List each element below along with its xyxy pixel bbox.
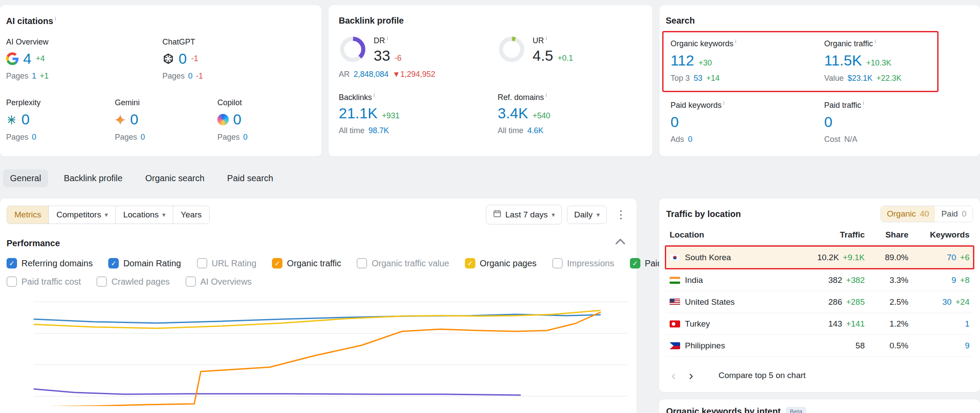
info-icon[interactable]: i bbox=[863, 100, 864, 106]
ai-overview-value[interactable]: 4 bbox=[23, 51, 31, 67]
compare-top5-label: Compare top 5 on chart bbox=[719, 371, 806, 380]
tab-organic-search[interactable]: Organic search bbox=[138, 169, 212, 187]
paid-keywords-value[interactable]: 0 bbox=[671, 114, 679, 130]
metric-checkbox-organic-pages[interactable]: Organic pages bbox=[465, 258, 536, 268]
organic-keywords-by-intent-card: Organic keywords by intent Beta bbox=[659, 399, 980, 413]
filter-group: Metrics Competitors▾ Locations▾ Years bbox=[7, 206, 210, 224]
ai-item-chatgpt: ChatGPT 0 -1 Pages 0 -1 bbox=[162, 38, 203, 81]
chatgpt-value[interactable]: 0 bbox=[179, 51, 187, 67]
chatgpt-pages[interactable]: 0 bbox=[188, 72, 193, 81]
table-header: Location Traffic Share Keywords bbox=[666, 225, 973, 245]
locations-button[interactable]: Locations▾ bbox=[115, 206, 173, 224]
metric-checkbox-crawled-pages[interactable]: Crawled pages bbox=[96, 276, 169, 287]
gemini-value[interactable]: 0 bbox=[130, 112, 138, 127]
info-icon[interactable]: i bbox=[723, 100, 725, 106]
backlinks-value[interactable]: 21.1K bbox=[339, 106, 378, 121]
backlinks-alltime[interactable]: 98.7K bbox=[368, 126, 389, 135]
checkbox-icon bbox=[552, 258, 563, 268]
competitors-button[interactable]: Competitors▾ bbox=[48, 206, 115, 224]
ahrefs-rank: AR 2,848,084 ▼1,294,952 bbox=[339, 70, 498, 79]
performance-card: Metrics Competitors▾ Locations▾ Years La… bbox=[0, 199, 636, 413]
metrics-button[interactable]: Metrics bbox=[7, 206, 48, 224]
ref-domains-value[interactable]: 3.4K bbox=[498, 106, 528, 121]
search-card: Search Organic keywordsi 112+30 Top 353+… bbox=[660, 5, 980, 156]
ai-citations-card: AI citationsi AI Overview 4 +4 Pages 1 bbox=[0, 5, 321, 156]
column-keywords: Keywords bbox=[908, 230, 970, 240]
table-row-turkey[interactable]: Turkey 143+141 1.2% 1 bbox=[666, 313, 973, 335]
granularity-button[interactable]: Daily ▾ bbox=[567, 206, 607, 224]
checkbox-icon bbox=[186, 276, 196, 287]
traffic-value-metric[interactable]: $23.1K bbox=[848, 74, 873, 83]
date-range-button[interactable]: Last 7 days ▾ bbox=[486, 205, 562, 224]
collapse-chevron-icon[interactable] bbox=[616, 238, 626, 248]
column-location: Location bbox=[670, 230, 777, 240]
chart-gridlines bbox=[34, 302, 627, 396]
copilot-pages[interactable]: 0 bbox=[243, 133, 248, 142]
beta-badge: Beta bbox=[786, 407, 806, 413]
toggle-organic[interactable]: Organic40 bbox=[881, 206, 935, 222]
ref-domains-alltime[interactable]: 4.6K bbox=[527, 126, 543, 135]
chatgpt-icon bbox=[162, 53, 174, 65]
copilot-value[interactable]: 0 bbox=[233, 112, 241, 127]
metric-checkbox-url-rating[interactable]: URL Rating bbox=[197, 258, 257, 268]
ahrefs-rank-value[interactable]: 2,848,084 bbox=[354, 70, 389, 79]
copilot-icon bbox=[217, 114, 229, 125]
metric-checkbox-referring-domains[interactable]: Referring domains bbox=[7, 258, 93, 268]
table-row-south-korea[interactable]: South Korea 10.2K+9.1K 89.0% 70+6 bbox=[665, 245, 974, 269]
organic-traffic-value[interactable]: 11.5K bbox=[824, 53, 862, 69]
url-rating-value: 4.5 bbox=[533, 48, 553, 64]
india-flag-icon bbox=[670, 277, 680, 284]
next-page-icon[interactable]: › bbox=[684, 368, 698, 383]
ai-overview-pages[interactable]: 1 bbox=[32, 72, 36, 81]
ai-item-gemini: Gemini 0 Pages 0 bbox=[115, 98, 217, 142]
tab-paid-search[interactable]: Paid search bbox=[220, 169, 280, 187]
table-row-india[interactable]: India 382+382 3.3% 9+8 bbox=[666, 269, 973, 291]
info-icon[interactable]: i bbox=[875, 38, 876, 45]
metric-checkbox-ai-overviews[interactable]: AI Overviews bbox=[186, 276, 252, 287]
tab-general[interactable]: General bbox=[3, 169, 48, 187]
organic-keywords-value[interactable]: 112 bbox=[671, 53, 694, 69]
kebab-menu-icon[interactable]: ⋮ bbox=[612, 208, 630, 221]
info-icon[interactable]: i bbox=[387, 35, 388, 41]
perplexity-pages[interactable]: 0 bbox=[32, 133, 36, 142]
info-icon[interactable]: i bbox=[546, 35, 547, 41]
metric-checkbox-domain-rating[interactable]: Domain Rating bbox=[108, 258, 181, 268]
column-traffic: Traffic bbox=[777, 230, 865, 240]
perplexity-value[interactable]: 0 bbox=[21, 112, 30, 127]
performance-toolbar: Metrics Competitors▾ Locations▾ Years La… bbox=[7, 205, 630, 224]
top3-value[interactable]: 53 bbox=[694, 74, 702, 83]
traffic-by-location-card: Traffic by location Organic40 Paid0 Loca… bbox=[659, 199, 980, 392]
metric-checkbox-paid-traffic-cost[interactable]: Paid traffic cost bbox=[7, 276, 81, 287]
chevron-down-icon: ▾ bbox=[552, 211, 555, 219]
paid-traffic-value[interactable]: 0 bbox=[824, 114, 832, 130]
ads-value[interactable]: 0 bbox=[688, 135, 692, 144]
chart-line-organic-pages bbox=[34, 310, 601, 328]
metric-checkbox-organic-traffic[interactable]: Organic traffic bbox=[272, 258, 341, 268]
ai-overview-delta: +4 bbox=[36, 54, 45, 63]
google-icon bbox=[6, 52, 19, 65]
info-icon[interactable]: i bbox=[546, 92, 547, 98]
info-icon[interactable]: i bbox=[735, 38, 736, 45]
organic-traffic-metric: Organic traffici 11.5K+10.3K Value$23.1K… bbox=[824, 38, 930, 83]
backlink-profile-card: Backlink profile DRi 33-6 AR bbox=[329, 5, 652, 156]
performance-chart[interactable] bbox=[34, 302, 627, 406]
chevron-down-icon: ▾ bbox=[596, 211, 600, 219]
prev-page-icon[interactable]: ‹ bbox=[666, 368, 681, 383]
table-row-philippines[interactable]: Philippines 58 0.5% 9 bbox=[666, 335, 973, 357]
info-icon[interactable]: i bbox=[374, 92, 375, 98]
url-rating-donut bbox=[498, 35, 526, 63]
metric-checkbox-impressions[interactable]: Impressions bbox=[552, 258, 614, 268]
gemini-pages[interactable]: 0 bbox=[141, 133, 145, 142]
domain-rating-donut bbox=[339, 35, 367, 63]
info-icon[interactable]: i bbox=[55, 16, 56, 22]
turkey-flag-icon bbox=[670, 320, 680, 327]
years-button[interactable]: Years bbox=[173, 206, 209, 224]
tab-backlink-profile[interactable]: Backlink profile bbox=[57, 169, 130, 187]
table-row-united-states[interactable]: United States 286+285 2.5% 30+24 bbox=[666, 291, 973, 313]
toggle-paid[interactable]: Paid0 bbox=[935, 206, 973, 222]
search-title: Search bbox=[666, 16, 973, 26]
checkbox-icon bbox=[197, 258, 207, 268]
ai-item-ai-overview: AI Overview 4 +4 Pages 1 +1 bbox=[6, 38, 162, 81]
checkbox-icon bbox=[272, 258, 282, 268]
metric-checkbox-organic-traffic-value[interactable]: Organic traffic value bbox=[357, 258, 449, 268]
